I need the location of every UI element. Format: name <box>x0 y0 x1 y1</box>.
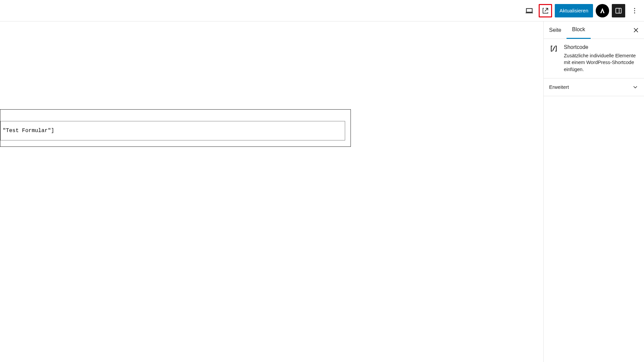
preview-external-button[interactable] <box>539 4 552 17</box>
update-button[interactable]: Aktualisieren <box>555 4 593 17</box>
svg-point-3 <box>634 10 635 11</box>
settings-sidebar: Seite Block Shortcode Zusätzliche indivi… <box>543 21 644 362</box>
view-button[interactable] <box>523 4 536 17</box>
shortcode-input[interactable]: "Test Formular"] <box>0 121 345 140</box>
shortcode-block[interactable]: "Test Formular"] <box>0 109 351 147</box>
advanced-panel-toggle[interactable]: Erweitert <box>544 78 644 96</box>
svg-point-4 <box>634 12 635 13</box>
block-editor-canvas[interactable]: "Test Formular"] <box>0 21 543 362</box>
kebab-menu-icon <box>631 7 638 14</box>
more-options-button[interactable] <box>628 4 641 17</box>
editor-top-bar: Aktualisieren <box>0 0 644 21</box>
sidebar-panel-icon <box>615 7 622 14</box>
svg-line-7 <box>553 47 555 51</box>
close-sidebar-button[interactable] <box>629 23 643 37</box>
advanced-panel: Erweitert <box>544 78 644 96</box>
svg-rect-0 <box>616 8 622 13</box>
astra-settings-button[interactable] <box>596 4 609 17</box>
sidebar-tabs: Seite Block <box>544 21 644 39</box>
svg-point-2 <box>634 8 635 9</box>
astra-logo-icon <box>599 7 606 14</box>
close-icon <box>633 27 639 34</box>
external-link-icon <box>542 7 549 14</box>
tab-block[interactable]: Block <box>567 21 590 39</box>
shortcode-icon <box>549 44 558 73</box>
block-card: Shortcode Zusätzliche individuelle Eleme… <box>544 39 644 78</box>
chevron-down-icon <box>632 84 639 90</box>
laptop-icon <box>525 6 534 15</box>
block-card-description: Zusätzliche individuelle Elemente mit ei… <box>564 52 639 73</box>
block-card-title: Shortcode <box>564 44 639 50</box>
settings-sidebar-toggle[interactable] <box>612 4 625 17</box>
advanced-panel-label: Erweitert <box>549 84 569 90</box>
tab-page[interactable]: Seite <box>544 21 567 39</box>
editor-main: "Test Formular"] Seite Block <box>0 21 644 362</box>
